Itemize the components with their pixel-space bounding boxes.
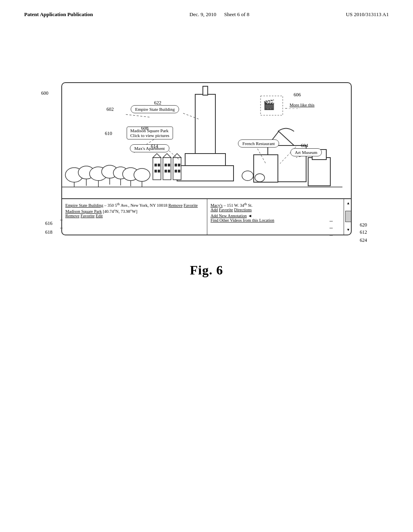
page-header: Patent Application Publication Dec. 9, 2… [0,0,413,18]
ref-616-outer: 616 [45,220,52,227]
svg-line-46 [183,113,199,119]
macys-favorite[interactable]: Favorite [219,208,233,212]
svg-rect-18 [165,170,167,172]
svg-rect-11 [158,164,160,166]
svg-rect-44 [261,96,283,115]
info-madison-line: Madison Square Park [40.74°N, 73.98°W] R… [65,209,204,218]
svg-rect-4 [153,158,161,180]
ref-624-outer: 624 [360,237,367,243]
figure-caption: Fig. 6 [190,263,223,278]
svg-rect-10 [154,164,157,166]
svg-text:🎬: 🎬 [263,99,275,110]
ref-618-outer: 618 [45,229,52,235]
header-left: Patent Application Publication [24,11,93,18]
find-videos-link[interactable]: Find Other Videos from this Location [211,218,274,222]
info-macys-line: Macy's – 151 W. 34th St. Add Favorite Di… [211,202,349,212]
svg-rect-38 [254,155,278,182]
info-annotation-line: Add New Annotation ◄ Find Other Videos f… [211,214,349,222]
callout-maxs-apartment: Max's Apartment [130,144,169,152]
add-annotation-link[interactable]: Add New Annotation [211,214,247,218]
ref-610: 610 [105,131,112,137]
madison-link[interactable]: Madison Square Park [65,209,102,214]
svg-rect-2 [185,154,225,178]
svg-line-50 [169,151,179,160]
svg-point-39 [242,171,253,181]
svg-point-40 [255,174,265,182]
svg-rect-3 [177,166,234,181]
ref-602: 602 [106,106,114,112]
svg-marker-5 [153,154,161,158]
callout-madison-park: Madison Square Park Click to view pictur… [127,127,173,139]
svg-rect-16 [154,170,157,172]
svg-point-26 [113,167,128,179]
svg-point-22 [65,168,83,182]
info-bar: Empire State Building – 350 5th Ave., Ne… [62,198,352,235]
ref-620-outer: 620 [360,222,367,228]
svg-point-23 [78,166,94,179]
figure-container: 600 [0,82,413,278]
svg-point-25 [102,165,118,178]
svg-rect-8 [173,158,181,180]
svg-marker-7 [163,154,171,158]
esb-remove[interactable]: Remove [169,203,183,208]
ref-604: 604 [301,143,308,149]
svg-rect-21 [178,170,180,172]
svg-rect-15 [178,164,180,166]
ref-614: 614 [151,143,158,150]
svg-point-27 [123,168,139,181]
svg-rect-1 [203,86,208,95]
esb-favorite[interactable]: Favorite [184,203,198,208]
ref-606: 606 [294,92,301,98]
callout-empire-state: Empire State Building [131,105,179,113]
madison-remove[interactable]: Remove [65,214,79,218]
svg-marker-9 [173,154,181,158]
svg-rect-19 [168,170,170,172]
callout-french-restaurant: French Restaurant [238,139,279,148]
info-left: Empire State Building – 350 5th Ave., Ne… [62,199,207,235]
ref-608: 608 [141,125,148,131]
header-right: US 2010/313113 A1 [346,11,389,18]
madison-favorite[interactable]: Favorite [81,214,95,218]
callout-more-like-this: More like this [287,101,317,108]
svg-rect-13 [168,164,170,166]
svg-point-24 [90,167,107,181]
madison-edit[interactable]: Edit [96,214,103,218]
macys-directions[interactable]: Directions [234,208,252,212]
macys-add[interactable]: Add [211,208,218,212]
macys-link[interactable]: Macy's [211,203,223,208]
header-date-sheet: Dec. 9, 2010 Sheet 6 of 8 [190,11,249,18]
svg-line-47 [126,114,151,117]
svg-point-28 [134,168,150,181]
svg-rect-14 [175,164,177,166]
main-diagram-box: 🎬 Empire [61,82,352,235]
diagram-outer: 600 [61,82,352,256]
ref-612-outer: 612 [360,229,367,235]
svg-rect-0 [195,94,215,173]
scrollbar[interactable]: ▲ ▼ [344,198,352,235]
svg-rect-20 [175,170,177,172]
info-esb-line: Empire State Building – 350 5th Ave., Ne… [65,202,204,208]
ref-600: 600 [41,90,48,96]
svg-rect-17 [158,170,160,172]
svg-line-52 [256,145,266,164]
esb-link[interactable]: Empire State Building [65,203,103,208]
callout-art-museum: Art Museum [290,148,322,156]
svg-rect-6 [163,158,171,180]
ref-622: 622 [154,100,161,106]
svg-rect-12 [165,164,167,166]
info-right: Macy's – 151 W. 34th St. Add Favorite Di… [207,199,352,235]
svg-rect-41 [308,158,330,186]
